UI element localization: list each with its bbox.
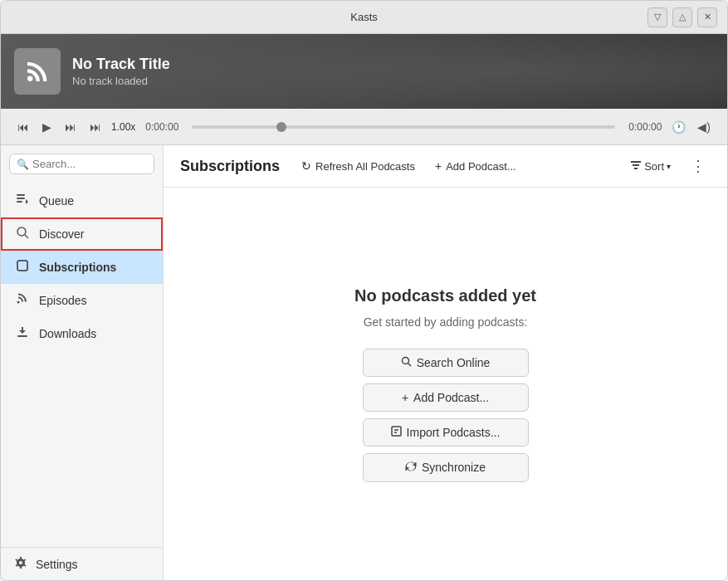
track-subtitle: No track loaded [72,75,170,87]
search-container: 🔍 [1,145,163,179]
settings-label: Settings [36,558,78,571]
search-icon: 🔍 [17,159,29,170]
search-online-button[interactable]: Search Online [363,349,529,377]
action-buttons: Search Online + Add Podcast... Import Po… [363,349,529,482]
window-controls: ▽ △ ✕ [647,7,717,27]
add-podcast-label: Add Podcast... [413,391,489,404]
minimize-button[interactable]: ▽ [647,7,667,27]
podcast-artwork [14,48,61,95]
add-icon: + [435,159,442,173]
clock-button[interactable]: 🕐 [668,119,689,135]
sidebar-item-queue[interactable]: Queue [1,184,163,217]
sidebar-item-episodes-label: Episodes [39,294,87,307]
svg-rect-0 [17,194,25,196]
empty-title: No podcasts added yet [354,286,536,305]
search-wrapper: 🔍 [9,154,154,174]
title-bar: Kasts ▽ △ ✕ [1,1,727,34]
svg-rect-8 [631,161,641,163]
import-icon [391,426,402,439]
window-title: Kasts [350,11,378,23]
synchronize-button[interactable]: Synchronize [363,453,529,482]
skip-forward-button[interactable]: ⏭ [61,119,80,135]
svg-rect-6 [17,261,27,271]
end-time: 0:00:00 [628,121,662,133]
sidebar-item-downloads-label: Downloads [39,327,96,340]
sidebar-item-discover-label: Discover [39,227,84,241]
add-btn-label: Add Podcast... [446,160,516,173]
synchronize-icon [405,461,417,475]
current-time: 0:00:00 [145,121,178,133]
svg-line-12 [408,363,411,366]
svg-point-4 [17,227,26,236]
content-area: Subscriptions ↻ Refresh All Podcasts + A… [164,145,727,580]
add-podcast-prefix: + [402,391,408,404]
svg-rect-10 [634,168,638,169]
settings-icon [14,556,27,572]
discover-icon [14,226,31,242]
nav-items: Queue Discover Subscriptions [1,179,163,547]
synchronize-label: Synchronize [422,461,486,474]
svg-rect-1 [17,198,25,199]
main-layout: 🔍 Queue [1,145,727,580]
track-info: No Track Title No track loaded [72,56,170,87]
svg-line-5 [25,235,28,238]
sidebar-item-subscriptions[interactable]: Subscriptions [1,251,163,284]
sort-icon [630,159,642,173]
search-online-icon [401,356,412,369]
import-podcasts-label: Import Podcasts... [407,426,501,439]
sort-btn-label: Sort [644,160,664,173]
import-podcasts-button[interactable]: Import Podcasts... [363,418,529,447]
track-title: No Track Title [72,56,170,73]
svg-rect-2 [17,201,22,203]
content-title: Subscriptions [180,158,280,175]
empty-state: No podcasts added yet Get started by add… [164,188,727,580]
progress-bar[interactable] [192,125,615,129]
svg-rect-7 [17,335,27,337]
sidebar-item-downloads[interactable]: Downloads [1,317,163,350]
volume-button[interactable]: ◀) [694,119,714,135]
svg-rect-9 [633,164,639,166]
svg-marker-3 [26,199,28,204]
now-playing-header: No Track Title No track loaded [1,34,727,109]
subscriptions-icon [14,259,31,276]
sidebar-item-queue-label: Queue [39,194,74,208]
sort-button[interactable]: Sort ▾ [625,156,676,177]
sort-dropdown-arrow: ▾ [667,162,671,171]
sidebar: 🔍 Queue [1,145,164,580]
refresh-icon: ↻ [301,159,311,173]
playback-bar: ⏮ ▶ ⏭ ⏭ 1.00x 0:00:00 0:00:00 🕐 ◀) [1,109,727,145]
skip-back-button[interactable]: ⏮ [14,119,32,135]
play-button[interactable]: ▶ [39,119,55,135]
sidebar-item-discover[interactable]: Discover [1,217,163,251]
svg-point-11 [402,357,408,364]
more-options-button[interactable]: ⋮ [686,155,711,177]
rss-icon [22,56,52,86]
sidebar-item-settings[interactable]: Settings [1,547,163,580]
speed-button[interactable]: 1.00x [111,121,135,133]
svg-rect-13 [392,427,401,436]
empty-subtitle: Get started by adding podcasts: [364,315,528,329]
progress-knob[interactable] [276,122,286,132]
add-podcast-header-button[interactable]: + Add Podcast... [430,156,521,176]
episodes-icon [14,292,31,309]
sidebar-item-subscriptions-label: Subscriptions [39,261,116,274]
close-button[interactable]: ✕ [697,7,717,27]
queue-icon [14,193,31,209]
search-input[interactable] [32,158,147,170]
content-header: Subscriptions ↻ Refresh All Podcasts + A… [164,145,727,188]
maximize-button[interactable]: △ [672,7,692,27]
sidebar-item-episodes[interactable]: Episodes [1,284,163,317]
search-online-label: Search Online [417,356,491,369]
refresh-all-button[interactable]: ↻ Refresh All Podcasts [296,156,420,176]
downloads-icon [14,325,31,342]
fast-forward-button[interactable]: ⏭ [86,119,105,135]
refresh-btn-label: Refresh All Podcasts [315,160,415,173]
playback-right-controls: 🕐 ◀) [668,119,714,135]
add-podcast-button[interactable]: + Add Podcast... [363,383,529,412]
